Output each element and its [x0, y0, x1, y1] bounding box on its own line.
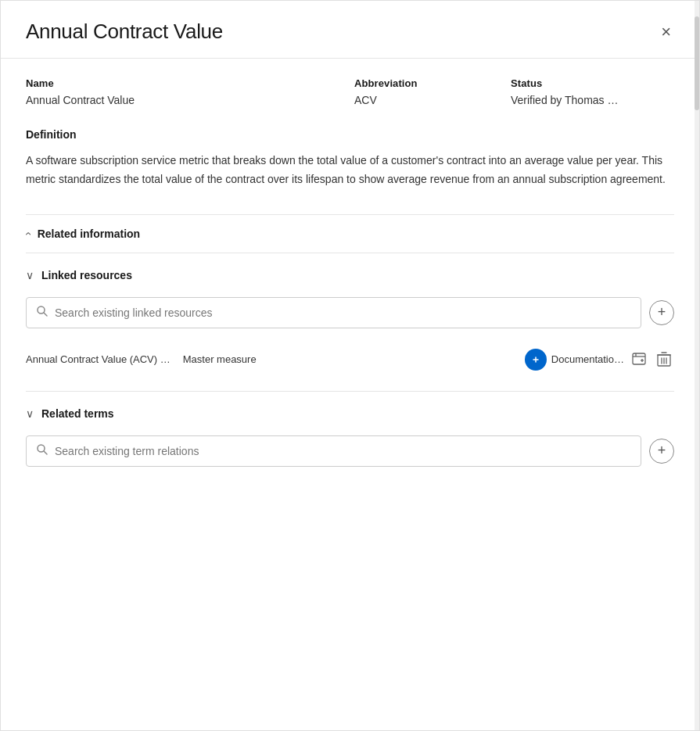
resource-doc: Documentatio…: [525, 349, 674, 371]
related-terms-search-row: +: [26, 435, 674, 467]
related-terms-header[interactable]: ∨ Related terms: [26, 404, 674, 423]
linked-resources-search-icon: [36, 305, 48, 321]
close-button[interactable]: ×: [658, 20, 674, 44]
name-field-group: Name Annual Contract Value: [26, 77, 307, 106]
add-icon: +: [658, 304, 666, 321]
close-icon: ×: [661, 23, 671, 41]
related-terms-search-input[interactable]: [55, 445, 631, 457]
related-information-title: Related information: [38, 228, 140, 240]
panel: Annual Contract Value × Name Annual Cont…: [0, 0, 700, 731]
status-label: Status: [511, 77, 674, 89]
doc-icon: [525, 349, 547, 371]
linked-resources-add-button[interactable]: +: [649, 300, 674, 325]
fields-row: Name Annual Contract Value Abbreviation …: [26, 77, 674, 106]
panel-title: Annual Contract Value: [26, 20, 223, 44]
linked-resources-search-input[interactable]: [55, 306, 631, 319]
linked-resources-content: + Annual Contract Value (ACV) … Master m…: [26, 285, 674, 378]
svg-rect-3: [633, 353, 645, 364]
related-terms-search-wrapper[interactable]: [26, 435, 641, 467]
resource-name: Annual Contract Value (ACV) …: [26, 353, 171, 365]
panel-header: Annual Contract Value ×: [1, 1, 699, 59]
related-terms-title: Related terms: [41, 407, 114, 420]
resource-type: Master measure: [183, 353, 257, 365]
scrollbar-track[interactable]: [695, 1, 699, 730]
related-information-section[interactable]: › Related information: [26, 214, 674, 253]
svg-line-1: [44, 313, 47, 316]
scrollbar-thumb[interactable]: [695, 16, 699, 110]
definition-text: A software subscription service metric t…: [26, 152, 674, 189]
linked-resources-title: Linked resources: [41, 269, 132, 281]
svg-line-15: [44, 451, 47, 454]
related-terms-add-icon: +: [658, 443, 666, 459]
linked-resource-row: Annual Contract Value (ACV) … Master mea…: [26, 341, 674, 378]
related-terms-content: +: [26, 423, 674, 467]
abbreviation-field-group: Abbreviation ACV: [354, 77, 464, 106]
definition-section: Definition A software subscription servi…: [26, 128, 674, 189]
linked-resources-chevron-icon: ∨: [26, 269, 34, 281]
related-terms-search-icon: [36, 443, 48, 459]
related-terms-add-button[interactable]: +: [649, 439, 674, 464]
status-field-group: Status Verified by Thomas …: [511, 77, 674, 106]
abbreviation-value: ACV: [354, 94, 464, 106]
related-info-chevron-icon: ›: [21, 231, 34, 235]
status-value: Verified by Thomas …: [511, 94, 674, 106]
tab-add-icon[interactable]: [629, 349, 649, 370]
delete-icon[interactable]: [654, 349, 674, 371]
related-terms-chevron-icon: ∨: [26, 407, 34, 420]
linked-resources-search-wrapper[interactable]: [26, 297, 641, 328]
linked-resources-section: ∨ Linked resources: [26, 253, 674, 391]
abbreviation-label: Abbreviation: [354, 77, 464, 89]
definition-label: Definition: [26, 128, 674, 141]
linked-resources-search-row: +: [26, 297, 674, 328]
related-terms-section: ∨ Related terms: [26, 391, 674, 492]
name-label: Name: [26, 77, 307, 89]
panel-body: Name Annual Contract Value Abbreviation …: [1, 59, 699, 511]
name-value: Annual Contract Value: [26, 94, 307, 106]
linked-resources-header[interactable]: ∨ Linked resources: [26, 266, 674, 285]
doc-label: Documentatio…: [551, 353, 624, 365]
